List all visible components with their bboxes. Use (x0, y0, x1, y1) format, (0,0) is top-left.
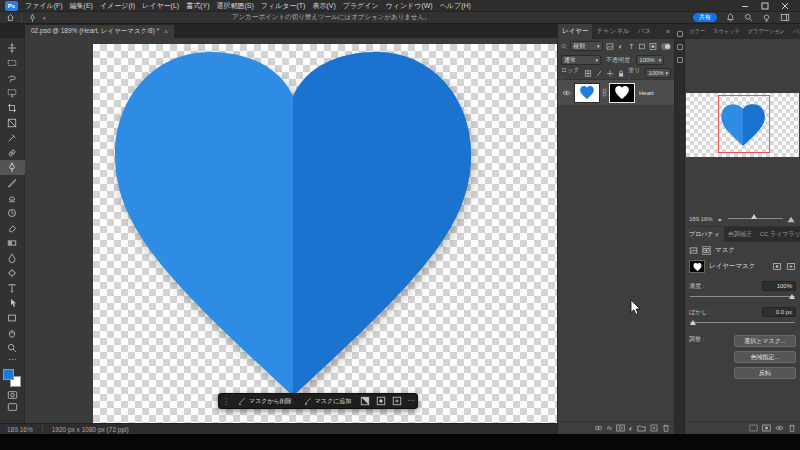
density-slider[interactable] (690, 294, 795, 300)
panel-menu-icon[interactable]: ≡ (662, 24, 674, 39)
dodge-tool[interactable] (0, 265, 25, 280)
collapsed-panel-icon[interactable] (677, 44, 683, 50)
lock-transparent-icon[interactable] (584, 69, 592, 78)
invert-button[interactable]: 反転 (734, 367, 796, 379)
link-layers-icon[interactable] (594, 424, 603, 432)
add-layer-mask-icon[interactable] (616, 424, 625, 432)
tab-adjustments[interactable]: 色調補正 (724, 227, 756, 242)
screen-mode-icon[interactable] (7, 402, 18, 412)
apply-mask-icon[interactable] (762, 424, 771, 432)
foreground-color-swatch[interactable] (3, 369, 14, 380)
filter-toggle-switch[interactable] (661, 43, 671, 50)
taskbar-grip-icon[interactable]: ⋮ (222, 397, 230, 406)
lock-position-icon[interactable] (606, 69, 614, 78)
layer-effects-icon[interactable]: fx (607, 425, 612, 431)
tab-paths[interactable]: パス (634, 24, 655, 39)
fill-dropdown[interactable]: 100% ▾ (645, 68, 671, 78)
layer-thumbnail[interactable] (574, 83, 600, 103)
document-tab[interactable]: 02.psd @ 189% (Heart, レイヤーマスク/8) * × (25, 25, 174, 38)
marquee-tool[interactable] (0, 55, 25, 70)
layer-name[interactable]: Heart (639, 90, 654, 96)
menu-help[interactable]: ヘルプ(H) (440, 1, 471, 11)
menu-window[interactable]: ウィンドウ(W) (386, 1, 433, 11)
tab-properties[interactable]: プロパティ (685, 227, 724, 242)
blend-mode-dropdown[interactable]: 通常 ▾ (561, 55, 601, 65)
quick-mask-icon[interactable] (7, 390, 18, 400)
feather-value-field[interactable]: 0.0 px (762, 307, 796, 317)
filter-kind-dropdown[interactable]: 種類 ▾ (570, 41, 602, 51)
layer-mask-thumbnail[interactable] (609, 83, 635, 103)
menu-file[interactable]: ファイル(F) (25, 1, 63, 11)
collapsed-panel-icon[interactable] (677, 57, 683, 63)
tab-cc-libraries[interactable]: CC ライブラリ (756, 227, 800, 242)
navigator-zoom-slider[interactable] (728, 218, 783, 219)
layer-row-heart[interactable]: Heart (558, 80, 674, 105)
zoom-tool[interactable] (0, 340, 25, 355)
path-selection-tool[interactable] (0, 295, 25, 310)
close-icon[interactable] (781, 2, 789, 10)
load-selection-icon[interactable] (749, 424, 758, 432)
menu-image[interactable]: イメージ(I) (100, 1, 135, 11)
filter-adjustment-layers-icon[interactable]: ◐ (617, 42, 625, 51)
search-icon[interactable] (744, 13, 753, 22)
workspace-icon[interactable] (780, 13, 790, 22)
filter-type-layers-icon[interactable]: T (628, 42, 636, 51)
slider-thumb[interactable] (690, 320, 696, 325)
move-tool[interactable] (0, 40, 25, 55)
lock-pixels-icon[interactable] (595, 69, 603, 78)
select-pixel-mask-icon[interactable] (772, 262, 782, 271)
menu-plugins[interactable]: プラグイン (343, 1, 379, 11)
healing-tool[interactable] (0, 145, 25, 160)
menu-filter[interactable]: フィルター(T) (261, 1, 306, 11)
minimize-icon[interactable] (741, 2, 749, 10)
new-adjustment-icon[interactable] (391, 396, 403, 406)
discover-icon[interactable] (762, 13, 771, 23)
tab-patterns[interactable]: パターン (789, 24, 800, 39)
status-zoom-level[interactable]: 189.16% (7, 426, 33, 433)
slider-thumb[interactable] (789, 294, 795, 299)
select-and-mask-button[interactable]: 選択とマスク... (734, 335, 796, 347)
type-tool[interactable] (0, 280, 25, 295)
canvas-area[interactable]: ⋮ マスクから削除 マスクに追加 ⋯ (25, 38, 557, 423)
new-group-icon[interactable] (637, 424, 646, 432)
layer-visibility-toggle[interactable] (560, 90, 572, 96)
filter-shape-layers-icon[interactable] (638, 42, 646, 51)
object-selection-tool[interactable] (0, 85, 25, 100)
invert-mask-icon[interactable] (359, 396, 371, 406)
eraser-tool[interactable] (0, 220, 25, 235)
mask-options-icon[interactable] (375, 396, 387, 406)
hand-tool[interactable] (0, 325, 25, 340)
tab-layers[interactable]: レイヤー (558, 24, 592, 39)
mask-mode-icon[interactable] (702, 246, 711, 255)
add-to-mask-button[interactable]: マスクに追加 (300, 396, 356, 407)
zoom-out-icon[interactable] (717, 216, 724, 222)
menu-edit[interactable]: 編集(E) (70, 1, 93, 11)
add-vector-mask-icon[interactable] (786, 262, 796, 271)
menu-type[interactable]: 書式(Y) (186, 1, 209, 11)
brush-tool[interactable] (0, 175, 25, 190)
blur-tool[interactable] (0, 250, 25, 265)
more-options-icon[interactable]: ⋯ (407, 397, 414, 405)
subtract-from-mask-button[interactable]: マスクから削除 (234, 396, 296, 407)
color-range-button[interactable]: 色域指定... (734, 351, 796, 363)
filter-pixel-layers-icon[interactable] (606, 42, 614, 51)
clone-stamp-tool[interactable] (0, 190, 25, 205)
gradient-tool[interactable] (0, 235, 25, 250)
bell-icon[interactable] (726, 13, 735, 23)
disable-mask-eye-icon[interactable] (775, 425, 784, 431)
lock-all-icon[interactable] (617, 69, 625, 78)
pen-tool[interactable] (0, 160, 25, 175)
frame-tool[interactable] (0, 115, 25, 130)
layer-list-empty-area[interactable] (558, 105, 674, 421)
new-layer-icon[interactable] (650, 424, 658, 432)
tool-preset-caret-icon[interactable]: ▾ (43, 15, 46, 21)
share-button[interactable]: 共有 (693, 13, 717, 22)
mask-link-icon[interactable] (602, 88, 607, 97)
delete-mask-icon[interactable] (788, 424, 796, 432)
slider-thumb[interactable] (751, 214, 757, 219)
collapsed-panel-icon[interactable] (677, 31, 683, 37)
feather-slider[interactable] (690, 320, 795, 326)
zoom-in-icon[interactable] (787, 215, 796, 223)
navigator-preview[interactable] (686, 93, 799, 157)
properties-mask-thumbnail[interactable] (689, 260, 705, 273)
